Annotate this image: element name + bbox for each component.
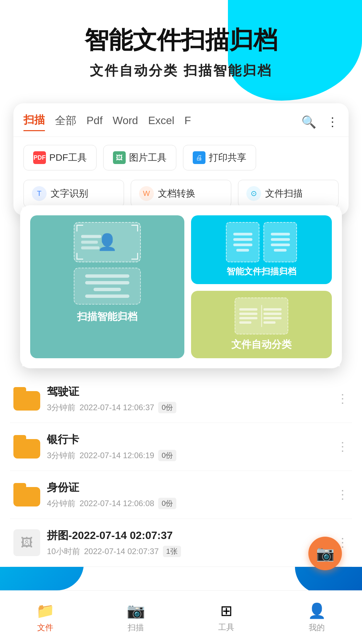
file-date: 2022-07-14 12:06:08	[79, 499, 154, 508]
nav-mine-label: 我的	[309, 622, 325, 633]
pdf-icon: PDF	[33, 151, 46, 164]
tab-all[interactable]: 全部	[55, 113, 76, 131]
print-tool-button[interactable]: 🖨 打印共享	[183, 145, 256, 170]
file-date: 2022-07-14 12:06:19	[79, 451, 154, 460]
text-recognition-button[interactable]: T 文字识别	[23, 180, 124, 207]
file-scan-label: 文件扫描	[265, 187, 303, 200]
file-item[interactable]: 🖼 拼图-2022-07-14 02:07:37 10小时前 2022-07-1…	[10, 519, 352, 567]
nav-scan-label: 扫描	[128, 622, 144, 633]
doc-convert-label: 文档转换	[158, 187, 195, 200]
file-count: 0份	[158, 402, 176, 413]
file-date: 2022-07-14 12:06:37	[79, 403, 154, 412]
nav-files-label: 文件	[37, 622, 53, 633]
bottom-nav: 📁 文件 📷 扫描 ⊞ 工具 👤 我的	[0, 590, 362, 644]
file-meta: 10小时前 2022-07-14 02:07:37 1张	[47, 546, 330, 557]
nav-tools-label: 工具	[218, 622, 234, 633]
scan-options-card: 👤 扫描智能归档	[20, 205, 342, 368]
smart-scan-option[interactable]: 智能文件扫描归档	[191, 215, 332, 284]
files-icon: 📁	[36, 602, 55, 620]
more-options-icon[interactable]: ⋮	[337, 488, 349, 502]
doc-convert-button[interactable]: W 文档转换	[131, 180, 231, 207]
scan-nav-icon: 📷	[127, 602, 145, 620]
hero-title: 智能文件扫描归档	[20, 27, 342, 53]
tab-bar: 扫描 全部 Pdf Word Excel F 🔍 ⋮	[13, 103, 349, 137]
scan-archive-label: 扫描智能归档	[77, 310, 137, 324]
nav-mine[interactable]: 👤 我的	[272, 591, 362, 644]
nav-tools[interactable]: ⊞ 工具	[181, 591, 272, 644]
file-info-yinhangka: 银行卡 3分钟前 2022-07-14 12:06:19 0份	[47, 432, 330, 461]
doc-convert-icon: W	[139, 186, 154, 201]
scan-archive-option[interactable]: 👤 扫描智能归档	[30, 215, 184, 358]
tab-scan[interactable]: 扫描	[23, 113, 45, 131]
tools-row: PDF PDF工具 🖼 图片工具 🖨 打印共享	[13, 137, 349, 176]
file-meta: 3分钟前 2022-07-14 12:06:37 0份	[47, 402, 330, 413]
hero-section: 智能文件扫描归档 文件自动分类 扫描智能归档	[0, 0, 362, 93]
camera-fab[interactable]: 📷	[308, 537, 342, 570]
image-tool-label: 图片工具	[129, 151, 167, 164]
text-recognition-label: 文字识别	[51, 187, 88, 200]
file-count: 0份	[158, 450, 176, 461]
nav-scan[interactable]: 📷 扫描	[90, 591, 181, 644]
more-options-icon[interactable]: ⋮	[337, 392, 349, 406]
book-mock	[235, 298, 288, 334]
file-name: 驾驶证	[47, 384, 330, 399]
file-date: 2022-07-14 02:07:37	[84, 547, 159, 556]
folder-icon-shenfenzheng	[13, 483, 40, 506]
file-name: 拼图-2022-07-14 02:07:37	[47, 528, 330, 543]
nav-files[interactable]: 📁 文件	[0, 591, 90, 644]
file-time: 10小时前	[47, 546, 80, 557]
file-name: 身份证	[47, 480, 330, 495]
folder-icon-yinhangka	[13, 435, 40, 459]
search-icon[interactable]: 🔍	[301, 115, 316, 129]
file-item[interactable]: 银行卡 3分钟前 2022-07-14 12:06:19 0份 ⋮	[10, 423, 352, 471]
file-time: 3分钟前	[47, 402, 75, 413]
more-options-icon[interactable]: ⋮	[337, 440, 349, 454]
file-meta: 3分钟前 2022-07-14 12:06:19 0份	[47, 450, 330, 461]
auto-classify-option[interactable]: 文件自动分类	[191, 291, 332, 358]
file-count: 1张	[163, 546, 181, 557]
print-tool-label: 打印共享	[209, 151, 246, 164]
file-info-pintu: 拼图-2022-07-14 02:07:37 10小时前 2022-07-14 …	[47, 528, 330, 557]
file-list: 驾驶证 3分钟前 2022-07-14 12:06:37 0份 ⋮ 银行卡 3分…	[0, 375, 362, 567]
mine-nav-icon: 👤	[308, 602, 326, 620]
tab-pdf[interactable]: Pdf	[86, 114, 103, 129]
text-recognition-icon: T	[32, 186, 47, 201]
file-info-jiashizheng: 驾驶证 3分钟前 2022-07-14 12:06:37 0份	[47, 384, 330, 413]
smart-scan-label: 智能文件扫描归档	[227, 266, 296, 277]
tools-nav-icon: ⊞	[220, 602, 233, 619]
file-count: 0份	[158, 498, 176, 509]
doc-card-mock	[74, 268, 141, 305]
pdf-tool-button[interactable]: PDF PDF工具	[23, 145, 97, 170]
scan-right-column: 智能文件扫描归档 文件自动分类	[191, 215, 332, 358]
doc-pair	[226, 222, 297, 262]
app-card: 扫描 全部 Pdf Word Excel F 🔍 ⋮ PDF PDF工具 🖼 图…	[13, 103, 349, 215]
file-name: 银行卡	[47, 432, 330, 447]
file-item[interactable]: 驾驶证 3分钟前 2022-07-14 12:06:37 0份 ⋮	[10, 375, 352, 423]
tab-word[interactable]: Word	[113, 114, 138, 129]
tab-f[interactable]: F	[184, 114, 191, 129]
tab-excel[interactable]: Excel	[148, 114, 174, 129]
file-meta: 4分钟前 2022-07-14 12:06:08 0份	[47, 498, 330, 509]
auto-classify-label: 文件自动分类	[231, 338, 292, 352]
print-icon: 🖨	[193, 151, 205, 164]
more-icon[interactable]: ⋮	[326, 115, 339, 129]
pdf-tool-label: PDF工具	[49, 151, 87, 164]
doc-mock-1	[226, 222, 259, 262]
camera-icon: 📷	[316, 545, 335, 562]
file-scan-button[interactable]: ⊙ 文件扫描	[238, 180, 339, 207]
file-thumbnail-pintu: 🖼	[13, 529, 40, 556]
file-scan-icon: ⊙	[246, 186, 261, 201]
folder-icon-jiashizheng	[13, 387, 40, 411]
hero-subtitle: 文件自动分类 扫描智能归档	[20, 61, 342, 80]
file-info-shenfenzheng: 身份证 4分钟前 2022-07-14 12:06:08 0份	[47, 480, 330, 509]
image-tool-button[interactable]: 🖼 图片工具	[103, 145, 176, 170]
id-card-mock: 👤	[74, 222, 141, 262]
file-item[interactable]: 身份证 4分钟前 2022-07-14 12:06:08 0份 ⋮	[10, 471, 352, 519]
file-time: 3分钟前	[47, 450, 75, 461]
doc-mock-2	[263, 222, 297, 262]
file-time: 4分钟前	[47, 498, 75, 509]
image-icon: 🖼	[113, 151, 126, 164]
